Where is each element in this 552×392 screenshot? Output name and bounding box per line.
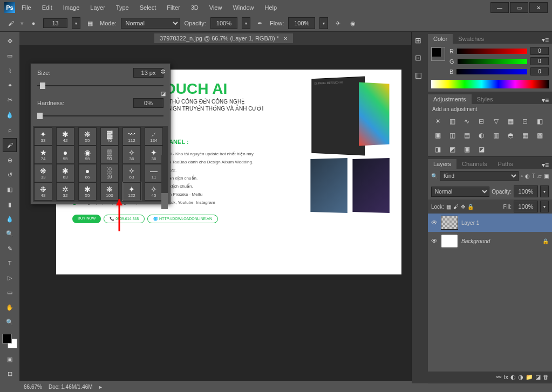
type-tool[interactable]: T xyxy=(3,257,16,270)
tab-swatches[interactable]: Swatches xyxy=(453,34,489,44)
menu-window[interactable]: Window xyxy=(228,2,258,13)
brush-size-dropdown[interactable]: ▾ xyxy=(72,17,80,29)
color-swatch-large[interactable] xyxy=(431,47,445,61)
brush-size-field[interactable] xyxy=(43,18,67,28)
brush-preset[interactable]: ✱42 xyxy=(56,127,74,146)
fill-dropdown[interactable]: ▾ xyxy=(540,201,549,212)
collapsed-dock[interactable]: ⊞ ⊡ ▥ xyxy=(411,32,428,383)
history-brush-tool[interactable]: ↺ xyxy=(3,169,16,181)
fill-field[interactable] xyxy=(514,201,538,212)
path-tool[interactable]: ▷ xyxy=(3,272,16,284)
color-swatches[interactable] xyxy=(2,334,17,348)
filter-img-icon[interactable]: ▫ xyxy=(521,173,523,179)
layer-row[interactable]: 👁 Background 🔒 xyxy=(428,232,552,250)
wand-tool[interactable]: ✦ xyxy=(3,79,16,92)
brush-preset[interactable]: ✦33 xyxy=(34,127,52,146)
adj-mixer-icon[interactable]: ◫ xyxy=(447,130,458,140)
panel-menu-icon[interactable]: ▾≡ xyxy=(539,161,552,169)
adj-balance-icon[interactable]: ⊡ xyxy=(520,116,530,126)
doc-size[interactable]: Doc: 1.46M/1.46M xyxy=(49,384,93,390)
visibility-icon[interactable]: 👁 xyxy=(431,219,438,226)
lasso-tool[interactable]: ⌇ xyxy=(3,65,16,77)
brush-preset[interactable]: ★74 xyxy=(34,146,52,164)
adj-lookup-icon[interactable]: ▤ xyxy=(461,130,472,140)
layer-filter-select[interactable]: Kind xyxy=(440,171,519,181)
link-layers-icon[interactable]: ⚯ xyxy=(496,374,501,381)
flow-dropdown[interactable]: ▾ xyxy=(319,17,328,29)
brush-preset[interactable]: ◉95 xyxy=(78,146,97,164)
tab-layers[interactable]: Layers xyxy=(428,159,456,169)
new-layer-icon[interactable]: ◪ xyxy=(535,374,541,381)
spectrum-bar[interactable] xyxy=(431,80,549,88)
adj-icon-3[interactable]: ▣ xyxy=(461,145,472,154)
filter-shape-icon[interactable]: ▱ xyxy=(537,173,542,179)
blend-mode-select[interactable]: Normal xyxy=(121,18,180,29)
filter-adj-icon[interactable]: ◐ xyxy=(525,173,530,179)
layer-opacity-field[interactable] xyxy=(514,185,538,197)
menu-view[interactable]: View xyxy=(205,2,227,13)
adj-brightness-icon[interactable]: ☀ xyxy=(432,116,443,126)
layer-mask-icon[interactable]: ◐ xyxy=(510,374,516,381)
brush-preset[interactable]: ✱63 xyxy=(56,164,74,182)
adj-invert-icon[interactable]: ◐ xyxy=(476,130,487,140)
adj-gradient-icon[interactable]: ▦ xyxy=(520,130,530,140)
brush-preset[interactable]: ❋55 xyxy=(78,127,97,146)
hand-tool[interactable]: ✋ xyxy=(3,301,16,314)
menu-filter[interactable]: Filter xyxy=(162,2,184,13)
adj-levels-icon[interactable]: ▥ xyxy=(447,116,458,126)
screenmode-tool[interactable]: ⊡ xyxy=(3,368,16,380)
stamp-tool[interactable]: ⊕ xyxy=(3,154,16,167)
visibility-icon[interactable]: 👁 xyxy=(431,237,438,245)
tab-styles[interactable]: Styles xyxy=(472,94,499,104)
eraser-tool[interactable]: ◧ xyxy=(3,183,16,196)
pressure-opacity-icon[interactable]: ✒ xyxy=(255,18,265,29)
brush-preset[interactable]: ▓70 xyxy=(100,127,119,146)
brush-preset[interactable]: ●66 xyxy=(78,164,97,182)
hardness-slider[interactable] xyxy=(37,112,163,120)
opacity-field[interactable] xyxy=(210,17,237,29)
brush-preset[interactable]: ✦122 xyxy=(122,182,141,201)
adj-exposure-icon[interactable]: ⊟ xyxy=(476,116,487,126)
lock-trans-icon[interactable]: ▦ xyxy=(446,204,451,210)
layer-name[interactable]: Layer 1 xyxy=(461,220,479,226)
move-tool[interactable]: ✥ xyxy=(3,35,16,47)
brush-preset[interactable]: ▒90 xyxy=(100,146,119,164)
brush-preset[interactable]: ✦36 xyxy=(145,146,163,164)
crop-tool[interactable]: ✂ xyxy=(3,94,16,106)
g-value[interactable]: 0 xyxy=(530,57,549,65)
pen-tool[interactable]: ✎ xyxy=(3,242,16,255)
airbrush-icon[interactable]: ✈ xyxy=(332,18,343,29)
close-button[interactable]: ✕ xyxy=(529,2,548,13)
brush-preset[interactable]: —11 xyxy=(145,164,163,182)
brush-scrollbar[interactable] xyxy=(161,155,168,202)
blend-mode-select[interactable]: Normal xyxy=(431,187,489,197)
healing-tool[interactable]: ⌕ xyxy=(3,123,16,136)
adj-poster-icon[interactable]: ▥ xyxy=(490,130,501,140)
opacity-dropdown[interactable]: ▾ xyxy=(242,17,250,29)
filter-type-icon[interactable]: T xyxy=(532,173,535,179)
brush-preset[interactable]: ✧45 xyxy=(145,182,163,201)
pressure-size-icon[interactable]: ◉ xyxy=(347,18,358,29)
menu-3d[interactable]: 3D xyxy=(187,2,203,13)
tab-paths[interactable]: Paths xyxy=(493,159,519,169)
brush-preset[interactable]: ❋100 xyxy=(100,182,119,201)
layer-thumbnail[interactable] xyxy=(441,234,458,248)
foreground-swatch[interactable] xyxy=(2,334,12,343)
group-icon[interactable]: 📁 xyxy=(526,374,533,381)
lock-pos-icon[interactable]: ✥ xyxy=(461,204,465,210)
adj-icon-4[interactable]: ◪ xyxy=(476,145,487,154)
menu-file[interactable]: File xyxy=(17,2,36,13)
shape-tool[interactable]: ▭ xyxy=(3,286,16,299)
adj-threshold-icon[interactable]: ◓ xyxy=(505,130,516,140)
marquee-tool[interactable]: ▭ xyxy=(3,50,16,62)
adj-vibrance-icon[interactable]: ▽ xyxy=(490,116,501,126)
b-value[interactable]: 0 xyxy=(530,67,549,75)
brush-preset[interactable]: ✧36 xyxy=(122,146,141,164)
zoom-tool[interactable]: 🔍 xyxy=(3,316,16,328)
tab-color[interactable]: Color xyxy=(428,34,453,44)
menu-type[interactable]: Type xyxy=(112,2,133,13)
brush-preset[interactable]: ⟋134 xyxy=(145,127,163,146)
quickmask-tool[interactable]: ▣ xyxy=(3,353,16,365)
layer-thumbnail[interactable] xyxy=(441,216,458,230)
menu-layer[interactable]: Layer xyxy=(86,2,110,13)
